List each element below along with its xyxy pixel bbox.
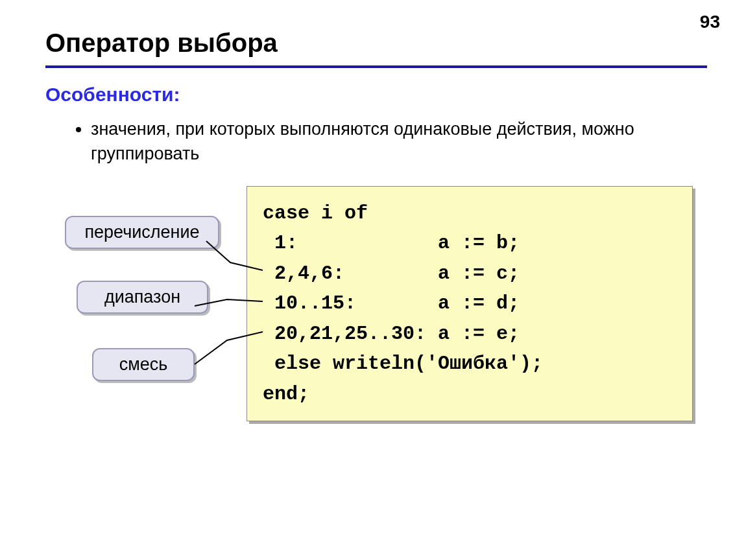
page-number: 93 [700, 12, 720, 32]
subheading: Особенности: [0, 68, 746, 112]
bullet-list: значения, при которых выполняются одинак… [0, 117, 746, 167]
callout-enumeration: перечисление [65, 216, 219, 249]
page-title: Оператор выбора [0, 0, 746, 65]
callout-mix: смесь [92, 348, 195, 381]
callout-range: диапазон [77, 281, 208, 314]
code-block: case i of 1: a := b; 2,4,6: a := c; 10..… [247, 186, 693, 422]
diagram-area: перечисление диапазон смесь case i of 1:… [0, 186, 746, 458]
bullet-item: значения, при которых выполняются одинак… [91, 117, 746, 167]
